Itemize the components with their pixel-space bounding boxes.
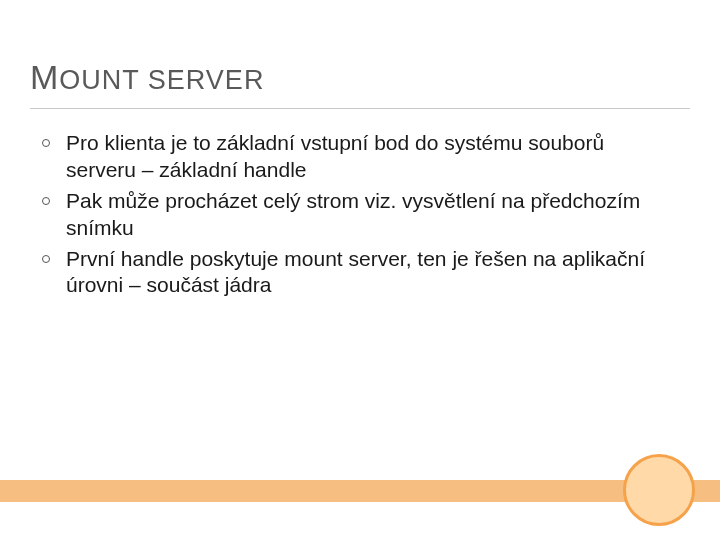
footer-accent-bar bbox=[0, 480, 720, 502]
list-item: První handle poskytuje mount server, ten… bbox=[38, 246, 660, 300]
title-divider bbox=[30, 108, 690, 109]
list-item: Pro klienta je to základní vstupní bod d… bbox=[38, 130, 660, 184]
slide: MOUNT SERVER Pro klienta je to základní … bbox=[0, 0, 720, 540]
content-area: Pro klienta je to základní vstupní bod d… bbox=[38, 130, 660, 303]
bullet-list: Pro klienta je to základní vstupní bod d… bbox=[38, 130, 660, 299]
title-first-letter: M bbox=[30, 58, 59, 96]
footer-accent-circle-icon bbox=[623, 454, 695, 526]
slide-title: MOUNT SERVER bbox=[30, 58, 690, 97]
list-item: Pak může procházet celý strom viz. vysvě… bbox=[38, 188, 660, 242]
title-rest: OUNT SERVER bbox=[59, 65, 264, 95]
